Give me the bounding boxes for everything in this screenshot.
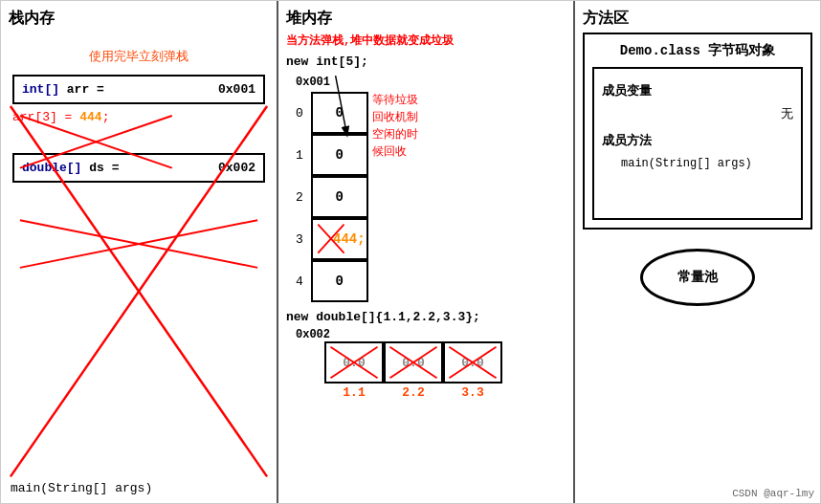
assign-semi: ; (102, 110, 110, 124)
ds-type: double[] ds = (22, 161, 119, 175)
dcell1-x (386, 343, 441, 382)
method-inner-box: 成员变量 无 成员方法 main(String[] args) (592, 67, 803, 220)
ds-addr: 0x002 (218, 161, 255, 175)
method-main-row: main(String[] args) (602, 157, 793, 170)
dcell2-x (445, 343, 500, 382)
heap-title: 堆内存 (286, 9, 566, 29)
arr-addr: 0x001 (218, 82, 255, 97)
heap-int-indices: 0 1 2 3 4 (296, 92, 307, 302)
heap-double-addr: 0x002 (296, 328, 566, 341)
stack-title: 栈内存 (9, 9, 269, 29)
heap-double-array: 0.0 0.0 0.0 (324, 341, 566, 383)
heap-dcell-1: 0.0 (384, 341, 443, 383)
stack-frame-ds-code: double[] ds = 0x002 (22, 161, 255, 175)
method-var-val: 无 (781, 105, 793, 122)
constant-pool-oval: 常量池 (640, 249, 755, 306)
arr-type-text: int[] (22, 82, 59, 97)
method-var-val-row: 无 (602, 105, 793, 122)
stack-frame-arr: int[] arr = 0x001 (12, 75, 265, 104)
cell3-strikethrough-svg (313, 220, 366, 258)
heap-int-code: new int[5]; (286, 55, 566, 69)
heap-double-labels: 1.1 2.2 3.3 (324, 385, 566, 400)
heap-double-code: new double[]{1.1,2.2,3.3}; (286, 310, 566, 324)
heap-dcell-0: 0.0 (324, 341, 384, 383)
heap-double-code-text: new double[]{1.1,2.2,3.3}; (286, 310, 480, 324)
heap-dlabel-1: 2.2 (384, 385, 443, 400)
heap-idx-3: 3 (296, 218, 307, 260)
arr-type: int[] arr = (22, 82, 104, 97)
heap-cell-0: 0 (311, 92, 368, 134)
method-method-label: 成员方法 (602, 132, 659, 149)
heap-int-cells: 0 0 0 444; 0 (311, 92, 368, 302)
assign-text: arr[3] = (12, 110, 79, 124)
gc-note-3: 空闲的时 (372, 126, 418, 143)
heap-idx-2: 2 (296, 176, 307, 218)
stack-warning: 使用完毕立刻弹栈 (9, 48, 269, 65)
heap-cell-2: 0 (311, 176, 368, 218)
method-method-row: 成员方法 (602, 132, 793, 149)
heap-idx-0: 0 (296, 92, 307, 134)
svg-line-5 (20, 220, 257, 268)
stack-assign: arr[3] = 444; (12, 110, 265, 124)
stack-frame-ds: double[] ds = 0x002 (12, 153, 265, 183)
heap-dlabel-2: 3.3 (443, 385, 502, 400)
heap-dlabel-0: 1.1 (324, 385, 384, 400)
heap-int-array: 0 1 2 3 4 0 0 0 444; 0 (296, 92, 566, 302)
heap-dcell-2: 0.0 (443, 341, 502, 383)
heap-warning: 当方法弹栈,堆中数据就变成垃圾 (286, 33, 566, 49)
ds-type-text: double[] (22, 161, 81, 175)
method-box: Demo.class 字节码对象 成员变量 无 成员方法 main(String… (583, 33, 812, 230)
method-title: 方法区 (583, 9, 812, 29)
method-main-text: main(String[] args) (621, 157, 752, 170)
heap-gc-note: 等待垃圾 回收机制 空闲的时 候回收 (372, 92, 418, 161)
heap-idx-4: 4 (296, 260, 307, 302)
assign-val: 444 (79, 110, 101, 124)
method-section: 方法区 Demo.class 字节码对象 成员变量 无 成员方法 main(St… (575, 1, 820, 503)
constant-pool-label: 常量池 (677, 269, 718, 286)
heap-cell-1: 0 (311, 134, 368, 176)
heap-cell-4: 0 (311, 260, 368, 302)
stack-section: 栈内存 使用完毕立刻弹栈 int[] arr = 0x001 arr[3] = … (1, 1, 278, 503)
method-var-label: 成员变量 (602, 82, 659, 99)
dcell0-x (326, 343, 382, 382)
heap-section: 堆内存 当方法弹栈,堆中数据就变成垃圾 new int[5]; 0x001 0 … (278, 1, 575, 503)
gc-note-1: 等待垃圾 (372, 92, 418, 109)
method-var-row: 成员变量 (602, 82, 793, 99)
heap-cell-3: 444; (311, 218, 368, 260)
gc-note-4: 候回收 (372, 143, 418, 161)
main-container: 栈内存 使用完毕立刻弹栈 int[] arr = 0x001 arr[3] = … (0, 0, 821, 504)
stack-main-label: main(String[] args) (11, 481, 152, 495)
heap-int-addr-arrow: 0x001 (296, 76, 330, 89)
watermark: CSDN @aqr-lmy (732, 488, 814, 499)
stack-frame-arr-code: int[] arr = 0x001 (22, 82, 255, 97)
method-class-label: Demo.class 字节码对象 (592, 42, 803, 59)
heap-idx-1: 1 (296, 134, 307, 176)
gc-note-2: 回收机制 (372, 109, 418, 126)
svg-line-4 (20, 220, 257, 268)
